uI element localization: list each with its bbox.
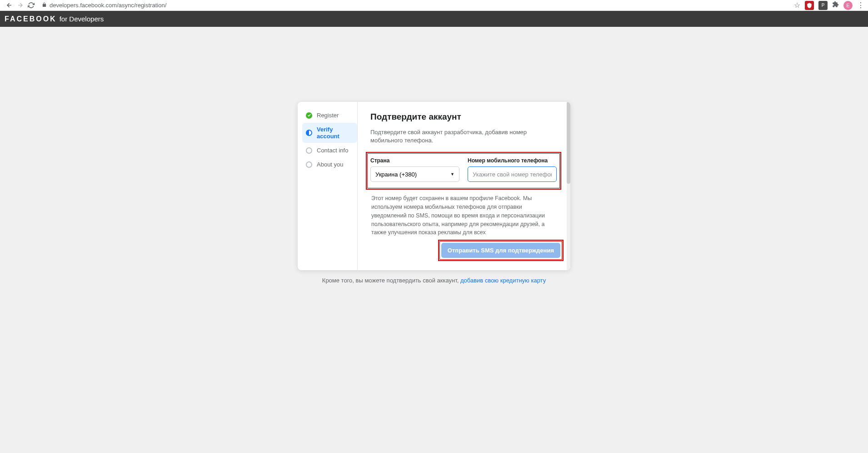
page-title: Подтвердите аккаунт <box>370 112 557 122</box>
country-value: Украина (+380) <box>375 171 417 178</box>
country-label: Страна <box>370 157 459 164</box>
step-register[interactable]: Register <box>302 109 357 122</box>
facebook-logo: FACEBOOK <box>5 15 57 23</box>
step-label: Register <box>317 112 339 119</box>
phone-input[interactable] <box>468 166 557 182</box>
reload-button[interactable] <box>25 0 36 11</box>
site-header: FACEBOOK for Developers <box>0 11 868 27</box>
step-label: Contact info <box>317 147 348 154</box>
step-verify-account[interactable]: Verify account <box>302 123 357 143</box>
menu-icon[interactable]: ⋮ <box>857 1 864 10</box>
extensions-icon[interactable] <box>832 1 839 10</box>
dialog-content: Подтвердите аккаунт Подтвердите свой акк… <box>358 102 570 270</box>
profile-avatar[interactable]: E <box>843 1 853 10</box>
phone-label: Номер мобильного телефона <box>468 157 557 164</box>
check-icon <box>306 112 312 119</box>
country-select[interactable]: Украина (+380) <box>370 166 459 182</box>
extension-p-icon[interactable]: P <box>818 1 828 10</box>
lock-icon <box>42 2 47 9</box>
alternative-text: Кроме того, вы можете подтвердить свой а… <box>298 277 570 284</box>
step-contact-info[interactable]: Contact info <box>302 144 357 157</box>
circle-icon <box>306 147 312 154</box>
circle-icon <box>306 161 312 168</box>
forward-button[interactable] <box>15 0 25 11</box>
extension-ublock-icon[interactable] <box>805 1 814 10</box>
phone-form-highlight: Страна Украина (+380) Номер мобильного т… <box>366 152 561 190</box>
step-about-you[interactable]: About you <box>302 158 357 171</box>
scrollbar-thumb[interactable] <box>567 102 570 184</box>
step-label: Verify account <box>317 126 354 140</box>
url-text: developers.facebook.com/async/registrati… <box>50 2 166 9</box>
dialog-scrollbar[interactable] <box>567 102 570 270</box>
address-bar[interactable]: developers.facebook.com/async/registrati… <box>42 2 794 9</box>
send-sms-button[interactable]: Отправить SMS для подтверждения <box>441 243 560 258</box>
half-circle-icon <box>306 130 312 136</box>
credit-card-link[interactable]: добавив свою кредитную карту <box>460 277 546 284</box>
step-label: About you <box>317 161 344 168</box>
header-subtitle: for Developers <box>60 15 104 23</box>
browser-toolbar: developers.facebook.com/async/registrati… <box>0 0 868 11</box>
helper-text: Этот номер будет сохранен в вашем профил… <box>370 194 557 237</box>
page-subtitle: Подтвердите свой аккаунт разработчика, д… <box>370 128 557 145</box>
submit-highlight: Отправить SMS для подтверждения <box>438 240 564 261</box>
star-icon[interactable]: ☆ <box>794 1 800 10</box>
registration-dialog: Register Verify account Contact info Abo… <box>298 102 570 270</box>
steps-sidebar: Register Verify account Contact info Abo… <box>298 102 358 270</box>
back-button[interactable] <box>4 0 15 11</box>
